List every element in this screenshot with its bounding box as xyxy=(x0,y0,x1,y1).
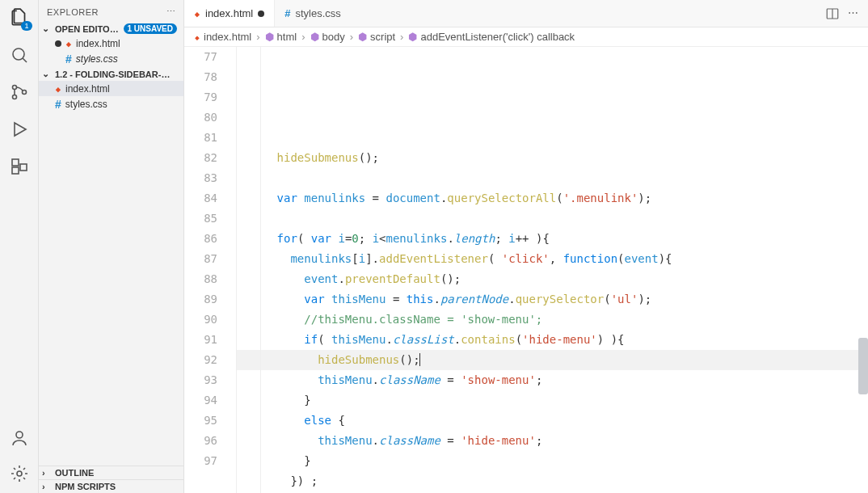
svg-point-8 xyxy=(17,471,22,476)
sidebar-title: EXPLORER xyxy=(47,7,99,17)
files-badge: 1 xyxy=(21,21,32,31)
chevron-down-icon: ⌄ xyxy=(42,69,52,79)
tab-bar: ⬥ index.html # styles.css ⋯ xyxy=(184,0,868,27)
scrollbar-thumb[interactable] xyxy=(858,338,868,394)
svg-rect-6 xyxy=(20,164,27,171)
explorer-icon[interactable]: 1 xyxy=(8,6,31,29)
chevron-right-icon: › xyxy=(42,482,52,491)
code-editor[interactable]: 7778798081828384858687888990919293949596… xyxy=(184,47,868,493)
open-editors-section[interactable]: ⌄ OPEN EDITO… 1 UNSAVED xyxy=(39,22,183,36)
extensions-icon[interactable] xyxy=(8,155,31,178)
file-item[interactable]: ⬥ index.html xyxy=(39,81,183,96)
dirty-dot-icon xyxy=(55,40,61,47)
account-icon[interactable] xyxy=(8,427,31,449)
dirty-dot-icon xyxy=(258,11,264,17)
explorer-sidebar: EXPLORER ⋯ ⌄ OPEN EDITO… 1 UNSAVED ⬥ ind… xyxy=(39,0,184,493)
html-file-icon: ⬥ xyxy=(55,82,61,95)
svg-rect-4 xyxy=(12,159,19,166)
open-editor-item[interactable]: # styles.css xyxy=(39,51,183,67)
html-file-icon: ⬥ xyxy=(194,7,200,19)
svg-point-2 xyxy=(12,95,16,99)
unsaved-badge: 1 UNSAVED xyxy=(124,23,178,34)
more-actions-icon[interactable]: ⋯ xyxy=(848,6,858,21)
outline-section[interactable]: › OUTLINE xyxy=(39,466,183,479)
svg-point-1 xyxy=(12,86,16,90)
activity-bar: 1 xyxy=(0,0,39,493)
svg-point-7 xyxy=(16,432,23,438)
run-debug-icon[interactable] xyxy=(8,118,31,141)
open-editor-item[interactable]: ⬥ index.html xyxy=(39,36,183,51)
folder-section[interactable]: ⌄ 1.2 - FOLDING-SIDEBAR-… xyxy=(39,67,183,81)
css-file-icon: # xyxy=(55,98,61,111)
css-file-icon: # xyxy=(284,7,290,19)
html-file-icon: ⬥ xyxy=(65,37,72,49)
svg-point-0 xyxy=(13,48,24,60)
breadcrumb[interactable]: ⬥index.html › ⬢html › ⬢body › ⬢script › … xyxy=(184,27,868,47)
more-icon[interactable]: ⋯ xyxy=(166,6,176,17)
search-icon[interactable] xyxy=(8,44,31,66)
editor-group: ⬥ index.html # styles.css ⋯ ⬥index.html … xyxy=(184,0,868,493)
tab-styles-css[interactable]: # styles.css xyxy=(275,0,351,27)
settings-gear-icon[interactable] xyxy=(8,462,31,485)
file-item[interactable]: # styles.css xyxy=(39,96,183,112)
svg-rect-5 xyxy=(12,167,19,174)
css-file-icon: # xyxy=(65,53,72,65)
split-editor-icon[interactable] xyxy=(825,6,840,21)
chevron-down-icon: ⌄ xyxy=(42,23,52,34)
svg-point-3 xyxy=(22,91,26,95)
source-control-icon[interactable] xyxy=(8,81,31,103)
chevron-right-icon: › xyxy=(42,468,52,478)
line-gutter: 7778798081828384858687888990919293949596… xyxy=(184,47,230,493)
tab-index-html[interactable]: ⬥ index.html xyxy=(184,0,275,27)
code-content[interactable]: hideSubmenus(); var menulinks = document… xyxy=(230,47,868,493)
npm-scripts-section[interactable]: › NPM SCRIPTS xyxy=(39,479,183,493)
